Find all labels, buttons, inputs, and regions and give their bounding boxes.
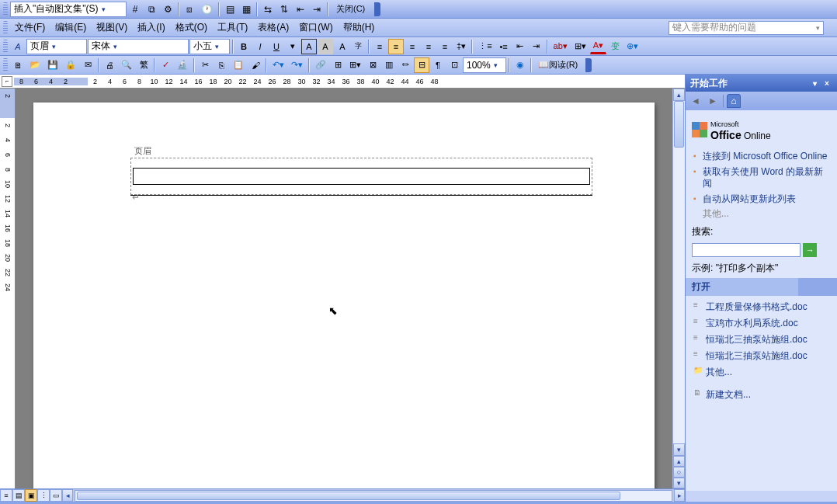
horizontal-ruler[interactable]: ⌐ 86422468101214161820222426283032343638… (0, 75, 685, 89)
page-number-icon[interactable]: # (127, 2, 143, 17)
mail-icon[interactable]: ✉ (80, 57, 96, 73)
next-section-icon[interactable]: ⇥ (309, 2, 325, 17)
search-input[interactable] (692, 243, 801, 257)
zoom-fit-icon[interactable]: ⊡ (446, 57, 462, 73)
char-scale-icon[interactable]: A (334, 39, 349, 54)
taskpane-home-icon[interactable]: ⌂ (727, 94, 741, 108)
print-preview-icon[interactable]: 🔍 (118, 57, 135, 73)
read-mode-button[interactable]: 📖 阅读(R) (534, 57, 582, 73)
autotext-dropdown[interactable]: 插入"自动图文集"(S)▾ (10, 2, 127, 17)
search-go-icon[interactable]: → (803, 243, 817, 257)
insert-table-icon[interactable]: ⊞▾ (346, 57, 364, 73)
increase-indent-icon[interactable]: ⇥ (529, 39, 544, 54)
undo-icon[interactable]: ↶▾ (269, 57, 287, 73)
columns-icon[interactable]: ▥ (381, 57, 397, 73)
toolbar-end-grip[interactable] (374, 2, 380, 16)
vertical-scrollbar[interactable]: ▴ ▾ ▴ ○ ▾ (672, 89, 685, 488)
italic-icon[interactable]: I (252, 39, 268, 54)
show-hide-text-icon[interactable]: ▦ (238, 2, 254, 17)
cut-icon[interactable]: ✂ (197, 57, 213, 73)
switch-header-footer-icon[interactable]: ⇅ (276, 2, 292, 17)
more-docs[interactable]: 其他... (692, 364, 831, 381)
redo-icon[interactable]: ↷▾ (288, 57, 306, 73)
line-spacing-icon[interactable]: ‡▾ (453, 39, 469, 54)
research-icon[interactable]: 🔬 (174, 57, 191, 73)
format-page-number-icon[interactable]: ⚙ (160, 2, 175, 17)
recent-doc[interactable]: 恒瑞北三抽泵站施组.doc (692, 348, 831, 364)
link-news[interactable]: 获取有关使用 Word 的最新新闻 (692, 165, 831, 192)
standard-grip[interactable] (3, 58, 8, 72)
menu-file[interactable]: 文件(F) (10, 19, 50, 36)
new-document[interactable]: 新建文档... (692, 387, 831, 403)
print-view-icon[interactable]: ▣ (25, 489, 37, 502)
open-icon[interactable]: 📂 (26, 57, 43, 73)
menu-edit[interactable]: 编辑(E) (50, 19, 91, 36)
phonetic-icon[interactable]: ⊕▾ (623, 39, 641, 54)
recent-doc[interactable]: 工程质量保修书格式.doc (692, 299, 831, 315)
link-update[interactable]: 自动从网站更新此列表 (692, 192, 831, 207)
align-distribute-icon[interactable]: ≡ (437, 39, 453, 54)
new-doc-icon[interactable]: 🗎 (10, 57, 26, 73)
paste-icon[interactable]: 📋 (230, 57, 247, 73)
border-icon[interactable]: ⊞▾ (571, 39, 589, 54)
format-painter-icon[interactable]: 🖌 (248, 57, 263, 73)
underline-icon[interactable]: U (269, 39, 284, 54)
web-view-icon[interactable]: ▤ (12, 489, 25, 502)
link-more[interactable]: 其他... (692, 207, 831, 222)
scroll-right-icon[interactable]: ▸ (674, 489, 685, 502)
help-search-input[interactable]: 键入需要帮助的问题 ▾ (669, 21, 824, 35)
same-as-previous-icon[interactable]: ⇆ (260, 2, 276, 17)
prev-section-icon[interactable]: ⇤ (293, 2, 308, 17)
standard-end-grip[interactable] (585, 58, 592, 72)
scroll-thumb[interactable] (674, 101, 684, 148)
recent-doc[interactable]: 宝鸡市水利局系统.doc (692, 315, 831, 332)
scroll-track[interactable] (673, 101, 685, 443)
font-size-dropdown[interactable]: 小五▾ (189, 39, 230, 54)
print-icon[interactable]: 🖨 (102, 57, 117, 73)
browse-next-icon[interactable]: ▾ (673, 478, 685, 488)
hyperlink-icon[interactable]: 🔗 (312, 57, 329, 73)
spellcheck-icon[interactable]: ✓ (158, 57, 173, 73)
taskpane-back-icon[interactable]: ◄ (689, 94, 703, 108)
align-justify-icon[interactable]: ≡ (421, 39, 436, 54)
style-dropdown[interactable]: 页眉▾ (26, 39, 87, 54)
permission-icon[interactable]: 🔒 (62, 57, 79, 73)
menu-help[interactable]: 帮助(H) (339, 19, 380, 36)
link-connect[interactable]: 连接到 Microsoft Office Online (692, 149, 831, 165)
align-right-icon[interactable]: ≡ (405, 39, 420, 54)
tables-borders-icon[interactable]: ⊞ (330, 57, 346, 73)
bullets-icon[interactable]: •≡ (496, 39, 512, 54)
horizontal-scrollbar[interactable] (75, 490, 672, 502)
close-header-footer-button[interactable]: 关闭(C) (331, 2, 370, 17)
font-color-icon[interactable]: A▾ (590, 39, 606, 54)
page-count-icon[interactable]: ⧉ (144, 2, 159, 17)
align-left-icon[interactable]: ≡ (372, 39, 387, 54)
taskpane-dropdown-icon[interactable]: ▾ (809, 78, 820, 89)
browse-object-icon[interactable]: ○ (673, 467, 685, 478)
time-icon[interactable]: 🕐 (198, 2, 216, 17)
menu-view[interactable]: 视图(V) (92, 19, 132, 36)
traditional-icon[interactable]: 繁 (136, 57, 151, 73)
insert-excel-icon[interactable]: ⊠ (365, 57, 380, 73)
menu-insert[interactable]: 插入(I) (133, 19, 169, 36)
bold-icon[interactable]: B (236, 39, 252, 54)
format-grip[interactable] (3, 40, 8, 54)
help-icon[interactable]: ◉ (512, 57, 528, 73)
header-table[interactable] (133, 168, 590, 185)
scroll-down-icon[interactable]: ▾ (673, 443, 685, 456)
outline-view-icon[interactable]: ⋮ (37, 489, 50, 502)
zoom-dropdown[interactable]: 100%▾ (463, 57, 506, 73)
drawing-icon[interactable]: ✏ (398, 57, 413, 73)
menu-format[interactable]: 格式(O) (171, 19, 212, 36)
menu-tools[interactable]: 工具(T) (213, 19, 252, 36)
recent-doc[interactable]: 恒瑞北三抽泵站施组.doc (692, 332, 831, 348)
scroll-up-icon[interactable]: ▴ (673, 89, 685, 101)
styles-pane-icon[interactable]: A (10, 39, 26, 54)
doc-map-icon[interactable]: ⊟ (414, 57, 429, 73)
underline-style-icon[interactable]: ▾ (285, 39, 300, 54)
menubar-grip[interactable] (3, 21, 8, 35)
page-setup-icon[interactable]: ▤ (222, 2, 238, 17)
show-hide-icon[interactable]: ¶ (430, 57, 446, 73)
char-shading-icon[interactable]: A (318, 39, 333, 54)
char-border-icon[interactable]: A (301, 39, 317, 54)
